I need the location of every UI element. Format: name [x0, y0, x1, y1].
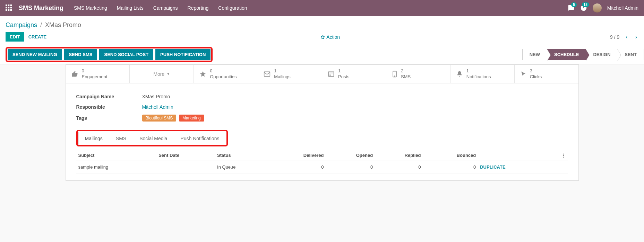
cell-replied: 0 [375, 161, 423, 173]
send-new-mailing-button[interactable]: SEND NEW MAILING [8, 49, 62, 60]
cell-sent [156, 161, 215, 173]
username: Mitchell Admin [607, 5, 638, 11]
breadcrumb: Campaigns / XMas Promo [6, 19, 638, 32]
svg-rect-4 [8, 7, 10, 9]
caret-down-icon: ▼ [166, 72, 170, 76]
cell-status: In Queue [215, 161, 268, 173]
cell-bounced: 0 [423, 161, 478, 173]
activities-icon[interactable]: 18 [580, 5, 587, 11]
mailings-table: Subject Sent Date Status Delivered Opene… [76, 150, 568, 173]
mobile-icon [392, 71, 397, 78]
thumbs-up-icon [71, 71, 78, 78]
th-replied[interactable]: Replied [375, 150, 423, 161]
campaign-name-label: Campaign Name [76, 94, 142, 99]
cell-subject: sample mailing [76, 161, 157, 173]
main-menu: SMS Marketing Mailing Lists Campaigns Re… [74, 5, 247, 11]
stat-bar: 0Engagement More▼ 0Opportunities 1Mailin… [66, 65, 578, 83]
svg-rect-3 [6, 7, 7, 9]
menu-configuration[interactable]: Configuration [218, 5, 247, 11]
status-new[interactable]: NEW [522, 49, 547, 60]
status-design[interactable]: DESIGN [586, 49, 618, 60]
th-subject[interactable]: Subject [76, 150, 157, 161]
stat-notifications[interactable]: 1Notifications [450, 65, 515, 83]
responsible-label: Responsible [76, 104, 142, 110]
menu-campaigns[interactable]: Campaigns [153, 5, 178, 11]
svg-rect-7 [8, 9, 10, 11]
pager-prev[interactable]: ‹ [624, 34, 629, 40]
user-menu[interactable]: Mitchell Admin [593, 3, 638, 12]
newspaper-icon [328, 71, 335, 78]
svg-rect-5 [10, 7, 12, 9]
breadcrumb-parent[interactable]: Campaigns [6, 21, 37, 28]
stat-engagement[interactable]: 0Engagement [66, 65, 130, 83]
status-sent[interactable]: SENT [617, 49, 644, 60]
stat-opportunities[interactable]: 0Opportunities [194, 65, 258, 83]
svg-point-15 [394, 76, 395, 77]
svg-rect-6 [6, 9, 7, 11]
action-dropdown[interactable]: ✿Action [51, 34, 610, 40]
stat-more[interactable]: More▼ [130, 65, 194, 83]
menu-mailing-lists[interactable]: Mailing Lists [117, 5, 144, 11]
edit-button[interactable]: EDIT [6, 32, 24, 42]
apps-grid-icon[interactable] [6, 5, 12, 11]
tab-social-media[interactable]: Social Media [133, 132, 174, 145]
th-delivered[interactable]: Delivered [268, 150, 326, 161]
envelope-icon [264, 71, 271, 78]
tag-item[interactable]: Bioutifoul SMS [142, 115, 177, 122]
tabs-highlight: Mailings SMS Social Media Push Notificat… [76, 130, 228, 146]
status-schedule[interactable]: SCHEDULE [547, 49, 586, 60]
menu-reporting[interactable]: Reporting [188, 5, 209, 11]
responsible-value[interactable]: Mitchell Admin [142, 104, 173, 110]
create-button[interactable]: CREATE [24, 32, 51, 42]
svg-rect-0 [6, 5, 7, 6]
gear-icon: ✿ [321, 34, 325, 40]
status-bar: NEW SCHEDULE DESIGN SENT [523, 49, 644, 60]
pager-text: 9 / 9 [610, 34, 619, 40]
tags-value: Bioutifoul SMS Marketing [142, 115, 206, 122]
th-bounced[interactable]: Bounced [423, 150, 478, 161]
tab-sms[interactable]: SMS [109, 132, 133, 145]
tab-push-notifications[interactable]: Push Notifications [174, 132, 226, 145]
svg-rect-2 [10, 5, 12, 6]
duplicate-button[interactable]: DUPLICATE [478, 161, 548, 173]
star-icon [199, 71, 206, 78]
table-row[interactable]: sample mailing In Queue 0 0 0 0 DUPLICAT… [76, 161, 568, 173]
status-row: SEND NEW MAILING SEND SMS SEND SOCIAL PO… [0, 45, 644, 64]
tag-item[interactable]: Marketing [179, 115, 204, 122]
campaign-name-value: XMas Promo [142, 94, 170, 99]
bell-icon [456, 71, 463, 78]
cell-opened: 0 [326, 161, 375, 173]
tabs: Mailings SMS Social Media Push Notificat… [78, 132, 226, 145]
breadcrumb-current: XMas Promo [45, 21, 81, 28]
menu-sms-marketing[interactable]: SMS Marketing [74, 5, 107, 11]
form-sheet: 0Engagement More▼ 0Opportunities 1Mailin… [66, 64, 579, 181]
action-buttons-highlight: SEND NEW MAILING SEND SMS SEND SOCIAL PO… [6, 47, 213, 62]
tab-mailings[interactable]: Mailings [78, 132, 109, 145]
send-sms-button[interactable]: SEND SMS [64, 49, 97, 60]
top-navbar: SMS Marketing SMS Marketing Mailing List… [0, 0, 644, 16]
th-status[interactable]: Status [215, 150, 268, 161]
stat-sms[interactable]: 2SMS [386, 65, 450, 83]
activities-badge: 18 [582, 2, 589, 7]
send-social-post-button[interactable]: SEND SOCIAL POST [99, 49, 153, 60]
messages-badge: 5 [571, 2, 577, 7]
stat-mailings[interactable]: 1Mailings [258, 65, 322, 83]
push-notification-button[interactable]: PUSH NOTIFICATION [155, 49, 211, 60]
th-sent-date[interactable]: Sent Date [156, 150, 215, 161]
cursor-icon [520, 71, 526, 78]
control-panel: Campaigns / XMas Promo EDIT CREATE ✿Acti… [0, 16, 644, 45]
tags-label: Tags [76, 115, 142, 121]
stat-clicks[interactable]: 3Clicks [515, 65, 578, 83]
app-brand[interactable]: SMS Marketing [19, 5, 63, 12]
svg-rect-1 [8, 5, 10, 6]
cell-delivered: 0 [268, 161, 326, 173]
avatar [593, 3, 602, 12]
messages-icon[interactable]: 5 [568, 5, 575, 11]
stat-posts[interactable]: 1Posts [322, 65, 386, 83]
th-opened[interactable]: Opened [326, 150, 375, 161]
table-options-icon[interactable]: ⋮ [548, 150, 568, 161]
svg-rect-8 [10, 9, 12, 11]
pager-next[interactable]: › [634, 34, 638, 40]
